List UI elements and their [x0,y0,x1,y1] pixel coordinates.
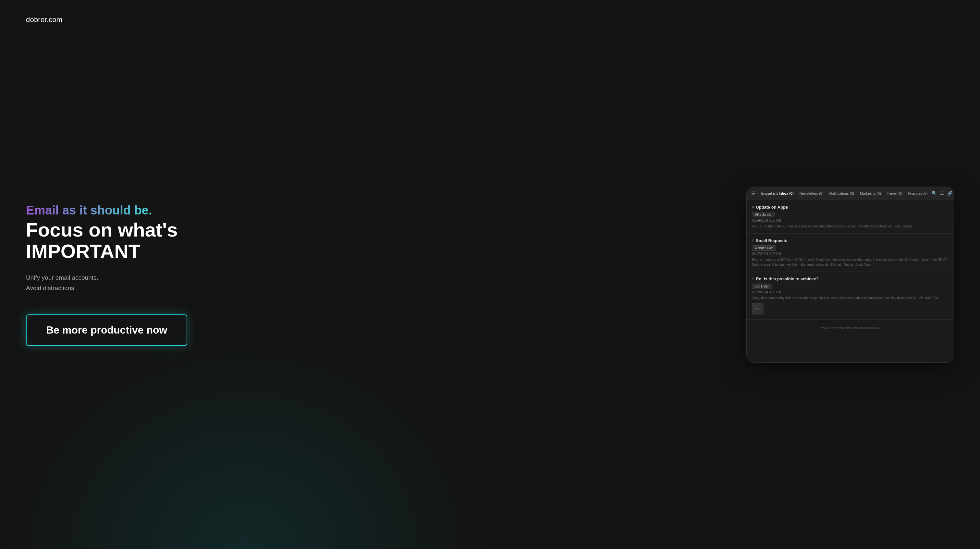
app-preview: ☰ Important Inbox (0) Newsletters (0) No… [746,186,954,363]
tab-notifications[interactable]: Notifications (0) [827,190,857,197]
email-preview-3: Okay, this is no priority. But is it pos… [752,296,948,301]
filter-icon[interactable]: ☰ [940,191,944,196]
tagline-text: Email as it should be. [26,204,152,217]
tab-travel[interactable]: Travel (0) [884,190,905,197]
logo: dobror.com [26,16,62,24]
email-item-1[interactable]: # Update on Apps Mike Jordan 06/24/2024 … [747,200,954,234]
tab-marketing[interactable]: Marketing (0) [858,190,884,197]
cta-button[interactable]: Be more productive now [26,314,187,346]
email-preview-1: Hi Luiz, for the <URL>. There is a new p… [752,224,948,229]
cta-button-label: Be more productive now [46,324,167,336]
email-sender-badge-3: Bob Dylan [752,283,772,289]
attachment-thumbnail-3: IMG [752,303,764,315]
app-toolbar-icons: 🔍 ☰ 🔗 ⚙ [932,191,954,196]
subtitle-line1: Unify your email accounts. [26,274,98,281]
email-item-3[interactable]: # Re: Is this possible to achieve? Bob D… [747,272,954,320]
email-subject-row-2: # Small Requests [752,238,948,243]
email-subject-2: Small Requests [756,238,787,243]
email-date-2: 06/17/2024 2:03 PM [752,252,948,256]
headline-line1: Focus on what's [26,219,178,241]
right-section: ☰ Important Inbox (0) Newsletters (0) No… [746,186,954,363]
email-subject-3: Re: Is this possible to achieve? [756,277,819,281]
tagline: Email as it should be. [26,203,182,218]
email-subject-row-1: # Update on Apps [752,205,948,210]
tab-important-inbox[interactable]: Important Inbox (0) [759,190,796,197]
inbox-empty-area [747,336,954,363]
email-date-3: 05/29/2024 3:05 PM [752,290,948,294]
email-date-1: 06/24/2024 5:00 AM [752,219,948,222]
logo-text: dobror.com [26,16,62,24]
email-subject-1: Update on Apps [756,205,788,210]
email-hash-3: # [752,277,754,281]
tab-finances[interactable]: Finances (0) [905,190,930,197]
search-icon[interactable]: 🔍 [932,191,937,196]
email-sender-badge-1: Mike Jordan [752,212,775,217]
subtitle: Unify your email accounts. Avoid distrac… [26,272,182,294]
email-attachment-3: IMG [752,303,764,315]
email-hash-2: # [752,239,754,242]
email-sender-badge-2: Wonder Alice [752,245,776,251]
email-preview-2: Hi Luiz, I created a HCP list <<URL>> fo… [752,257,948,267]
left-section: Email as it should be. Focus on what's I… [26,203,182,345]
email-list: # Update on Apps Mike Jordan 06/24/2024 … [747,200,954,363]
tab-newsletters[interactable]: Newsletters (0) [797,190,826,197]
inbox-end-message: You've reached the end of your inbox [747,320,954,336]
email-hash-1: # [752,205,754,209]
email-item-2[interactable]: # Small Requests Wonder Alice 06/17/2024… [747,234,954,272]
app-tabs-bar: ☰ Important Inbox (0) Newsletters (0) No… [747,187,954,200]
page-wrapper: dobror.com Email as it should be. Focus … [0,0,980,549]
main-content: Email as it should be. Focus on what's I… [0,0,980,549]
headline: Focus on what's IMPORTANT [26,220,182,262]
email-subject-row-3: # Re: Is this possible to achieve? [752,277,948,281]
menu-icon[interactable]: ☰ [751,191,756,196]
subtitle-line2: Avoid distractions. [26,285,76,291]
share-icon[interactable]: 🔗 [947,191,952,196]
headline-line2: IMPORTANT [26,240,140,262]
inbox-end-text: You've reached the end of your inbox [821,326,880,330]
